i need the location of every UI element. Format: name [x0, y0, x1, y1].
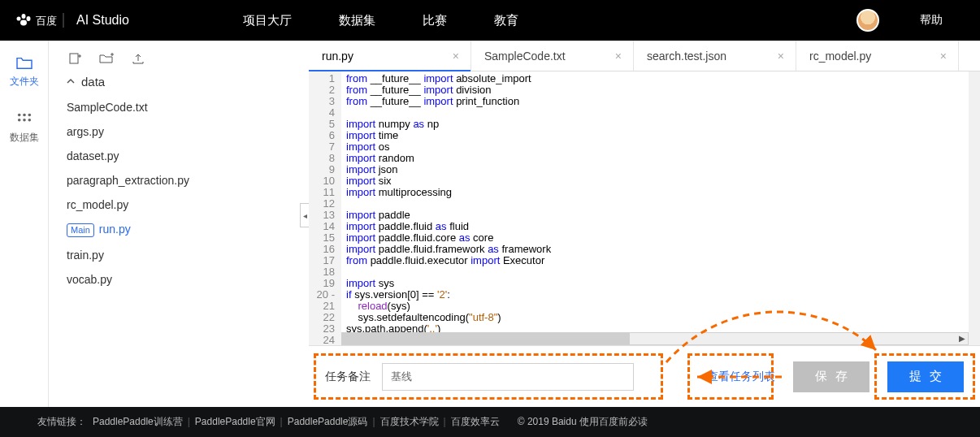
- code-line[interactable]: import random: [346, 153, 980, 164]
- close-icon[interactable]: ×: [615, 50, 622, 63]
- code-line[interactable]: sys.setdefaultencoding("utf-8"): [346, 312, 980, 323]
- top-nav: 百度 AI Studio 项目大厅 数据集 比赛 教育 帮助: [0, 0, 980, 41]
- folder-data[interactable]: data: [67, 75, 296, 89]
- task-note-input[interactable]: [382, 363, 634, 391]
- left-rail: 文件夹 数据集: [0, 41, 49, 407]
- file-item[interactable]: args.py: [67, 119, 296, 144]
- line-number: 8: [309, 153, 335, 164]
- code-line[interactable]: import six: [346, 175, 980, 187]
- hscroll-right-icon[interactable]: ▶: [956, 333, 969, 344]
- line-number: 7: [309, 141, 335, 153]
- code-line[interactable]: import multiprocessing: [346, 187, 980, 198]
- footer-link[interactable]: 百度效率云: [451, 416, 500, 427]
- close-icon[interactable]: ×: [940, 50, 947, 63]
- code-line[interactable]: import paddle.fluid as fluid: [346, 221, 980, 232]
- close-icon[interactable]: ×: [778, 50, 784, 63]
- line-number: 23: [309, 323, 335, 335]
- file-item[interactable]: paragraph_extraction.py: [67, 168, 296, 193]
- code-line[interactable]: from __future__ import print_function: [346, 96, 980, 107]
- code-line[interactable]: reload(sys): [346, 301, 980, 312]
- tab-label: search.test.json: [647, 50, 726, 63]
- svg-point-7: [23, 114, 26, 117]
- file-item[interactable]: train.py: [67, 243, 296, 267]
- code-line[interactable]: [346, 198, 980, 210]
- footer-link[interactable]: 百度技术学院: [380, 416, 439, 427]
- close-icon[interactable]: ×: [453, 50, 459, 63]
- code-line[interactable]: [346, 266, 980, 278]
- code-line[interactable]: import numpy as np: [346, 119, 980, 130]
- upload-icon[interactable]: [132, 52, 145, 65]
- tree-toolbar: [67, 52, 296, 65]
- code-line[interactable]: [346, 107, 980, 119]
- file-item[interactable]: vocab.py: [67, 267, 296, 292]
- avatar[interactable]: [856, 9, 879, 32]
- submit-button[interactable]: 提交: [887, 361, 964, 392]
- svg-point-3: [20, 20, 27, 26]
- code-editor[interactable]: 1234567891011121314151617181920 -2122232…: [309, 71, 980, 345]
- primary-nav: 项目大厅 数据集 比赛 教育: [243, 13, 518, 28]
- code-line[interactable]: import time: [346, 130, 980, 141]
- separator: |: [444, 416, 446, 427]
- hscroll-track[interactable]: ◀ ▶: [341, 332, 969, 345]
- svg-point-6: [17, 114, 20, 117]
- svg-point-10: [23, 119, 26, 122]
- tab-label: SampleCode.txt: [484, 50, 566, 63]
- editor-tab[interactable]: rc_model.py×: [796, 41, 959, 71]
- code-line[interactable]: from __future__ import absolute_import: [346, 73, 980, 84]
- file-item[interactable]: SampleCode.txt: [67, 95, 296, 119]
- line-number: 3: [309, 96, 335, 107]
- help-link[interactable]: 帮助: [920, 13, 943, 28]
- line-number: 17: [309, 255, 335, 266]
- code-line[interactable]: from paddle.fluid.executor import Execut…: [346, 255, 980, 266]
- rail-item-label: 数据集: [10, 131, 39, 145]
- tab-label: run.py: [322, 50, 353, 63]
- code-body[interactable]: from __future__ import absolute_importfr…: [341, 71, 980, 345]
- code-line[interactable]: import paddle.fluid.core as core: [346, 232, 980, 244]
- svg-point-2: [27, 16, 31, 21]
- nav-education[interactable]: 教育: [494, 13, 518, 28]
- footer-link[interactable]: PaddlePaddle训练营: [93, 416, 183, 427]
- svg-rect-12: [70, 54, 78, 63]
- line-number: 1: [309, 73, 335, 84]
- view-tasks-link[interactable]: 查看任务列表: [707, 370, 775, 384]
- nav-project-hall[interactable]: 项目大厅: [243, 13, 292, 28]
- vscroll-track[interactable]: [969, 71, 980, 345]
- editor-tab[interactable]: search.test.json×: [634, 41, 796, 71]
- svg-point-0: [17, 17, 21, 21]
- line-number: 24: [309, 335, 335, 345]
- nav-competition[interactable]: 比赛: [423, 13, 447, 28]
- footer-link[interactable]: PaddlePaddle源码: [288, 416, 368, 427]
- brand-text: AI Studio: [76, 13, 129, 28]
- task-bar: 任务备注 查看任务列表 保存 提交: [309, 345, 980, 407]
- editor-tab[interactable]: SampleCode.txt×: [471, 41, 634, 71]
- file-item[interactable]: dataset.py: [67, 144, 296, 168]
- code-line[interactable]: import json: [346, 164, 980, 175]
- nav-datasets[interactable]: 数据集: [339, 13, 375, 28]
- code-line[interactable]: from __future__ import division: [346, 84, 980, 96]
- new-folder-icon[interactable]: [99, 52, 114, 65]
- footer-link[interactable]: PaddlePaddle官网: [195, 416, 275, 427]
- file-item[interactable]: Mainrun.py: [67, 217, 296, 243]
- brand[interactable]: 百度 AI Studio: [13, 11, 129, 30]
- line-number: 16: [309, 244, 335, 255]
- tab-label: rc_model.py: [809, 50, 871, 63]
- file-name: vocab.py: [67, 273, 112, 286]
- hscroll-thumb[interactable]: [342, 333, 630, 344]
- file-name: dataset.py: [67, 149, 119, 162]
- file-name: args.py: [67, 125, 104, 138]
- file-name: run.py: [99, 223, 131, 236]
- file-item[interactable]: rc_model.py: [67, 193, 296, 217]
- code-line[interactable]: import paddle: [346, 210, 980, 221]
- save-button[interactable]: 保存: [793, 361, 869, 392]
- new-file-icon[interactable]: [68, 52, 81, 65]
- svg-point-1: [22, 14, 26, 19]
- code-line[interactable]: import sys: [346, 278, 980, 289]
- code-line[interactable]: if sys.version[0] == '2':: [346, 289, 980, 301]
- rail-item-datasets[interactable]: 数据集: [10, 111, 39, 145]
- editor-tab[interactable]: run.py×: [309, 41, 471, 71]
- line-number: 19: [309, 278, 335, 289]
- code-line[interactable]: import os: [346, 141, 980, 153]
- code-line[interactable]: import paddle.fluid.framework as framewo…: [346, 244, 980, 255]
- rail-item-files[interactable]: 文件夹: [10, 55, 39, 89]
- line-number: 10: [309, 175, 335, 187]
